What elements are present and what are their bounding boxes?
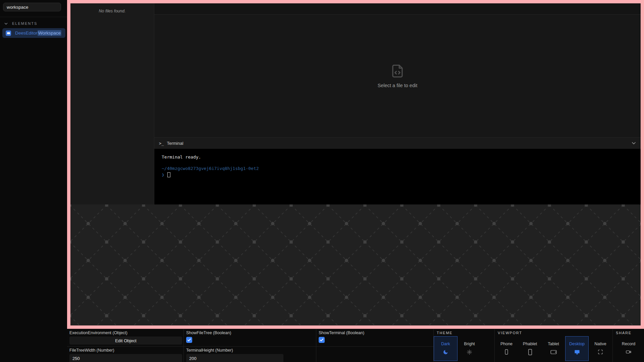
element-label: DeesEditorWorkspace [15, 31, 61, 36]
sidebar-divider [0, 17, 67, 17]
terminal-prompt-line: ❯ [162, 172, 641, 178]
viewport-phone-button[interactable]: Phone [495, 336, 518, 361]
property-label: ShowTerminal (Boolean) [319, 330, 431, 335]
property-show-file-tree: ShowFileTree (Boolean) [184, 329, 316, 347]
sidebar: ELEMENTS DeesEditorWorkspace [0, 0, 67, 362]
show-file-tree-checkbox[interactable] [186, 337, 192, 343]
theme-group: THEME Dark Bright [434, 329, 495, 362]
video-camera-icon [626, 348, 632, 356]
property-terminal-height: TerminalHeight (Number) [184, 347, 316, 362]
terminal-ready-line: Terminal ready. [162, 154, 641, 160]
show-terminal-checkbox[interactable] [319, 337, 325, 343]
editor-empty-state: Select a file to edit [154, 15, 641, 137]
search-match-highlight: Workspace [38, 30, 61, 36]
file-tree-panel: No files found. [70, 3, 154, 204]
phone-icon [503, 348, 510, 356]
tablet-icon [550, 348, 557, 356]
property-label: ShowFileTree (Boolean) [186, 330, 313, 335]
stage-control-groups: THEME Dark Bright [434, 329, 644, 362]
theme-dark-button[interactable]: Dark [434, 336, 458, 361]
property-show-terminal: ShowTerminal (Boolean) [316, 329, 434, 347]
property-file-tree-width: FileTreeWidth (Number) [67, 347, 184, 362]
chevron-down-icon [4, 22, 8, 25]
check-icon [320, 338, 324, 342]
viewport-tablet-button[interactable]: Tablet [542, 336, 565, 361]
viewport-phablet-button[interactable]: Phablet [518, 336, 542, 361]
theme-group-header: THEME [434, 329, 494, 336]
check-icon [187, 338, 191, 342]
properties-panel: ExecutionEnvironment (Object) Edit Objec… [67, 329, 644, 362]
editor-tab-bar [154, 3, 641, 15]
editor-placeholder-text: Select a file to edit [378, 83, 418, 88]
component-icon [6, 31, 11, 36]
theme-bright-button[interactable]: Bright [458, 336, 481, 361]
terminal-output[interactable]: Terminal ready. ~/40mzgcwo8273gvej6i7ivq… [154, 149, 641, 204]
terminal-header[interactable]: >_ Terminal [154, 137, 641, 149]
property-label: FileTreeWidth (Number) [69, 348, 181, 353]
viewport-group: VIEWPORT Phone Phablet [495, 329, 613, 362]
viewport-group-header: VIEWPORT [495, 329, 612, 336]
monitor-icon [574, 348, 580, 356]
property-execution-environment: ExecutionEnvironment (Object) Edit Objec… [67, 329, 184, 347]
fullscreen-icon [598, 348, 603, 356]
share-group: SHARE Record [613, 329, 644, 362]
viewport-desktop-button[interactable]: Desktop [565, 336, 589, 361]
dees-editor-workspace-component: No files found. Select a file to edit >_… [70, 3, 641, 204]
file-tree-width-input[interactable] [69, 354, 182, 362]
viewport-native-button[interactable]: Native [589, 336, 612, 361]
chevron-down-icon[interactable] [632, 142, 636, 145]
sidebar-item-dees-editor-workspace[interactable]: DeesEditorWorkspace [2, 28, 65, 38]
property-grid-empty-cell [316, 347, 434, 362]
file-code-icon [390, 64, 405, 78]
elements-header-label: ELEMENTS [12, 21, 37, 25]
editor-column: Select a file to edit >_ Terminal Termin… [154, 3, 641, 204]
terminal-cursor [167, 172, 170, 177]
property-grid: ExecutionEnvironment (Object) Edit Objec… [67, 329, 434, 362]
moon-icon [443, 348, 448, 356]
component-preview-stage: No files found. Select a file to edit >_… [67, 0, 644, 329]
terminal-height-input[interactable] [186, 354, 283, 362]
property-label: TerminalHeight (Number) [186, 348, 313, 353]
terminal-cwd-line: ~/40mzgcwo8273gvej6i7ivq8hj1sbg1-0et2 [162, 166, 641, 171]
share-group-header: SHARE [613, 329, 644, 336]
property-label: ExecutionEnvironment (Object) [69, 330, 181, 335]
search-input[interactable] [3, 3, 61, 11]
share-record-button[interactable]: Record [615, 336, 642, 361]
sun-icon [467, 348, 472, 356]
elements-section-header[interactable]: ELEMENTS [0, 21, 67, 26]
terminal-panel: >_ Terminal Terminal ready. ~/40mzgcwo82… [154, 137, 641, 204]
phablet-icon [527, 348, 534, 356]
terminal-title: Terminal [167, 141, 183, 146]
file-tree-empty-text: No files found. [70, 9, 154, 13]
terminal-prompt-icon: >_ [159, 141, 164, 146]
edit-object-button[interactable]: Edit Object [69, 337, 182, 345]
